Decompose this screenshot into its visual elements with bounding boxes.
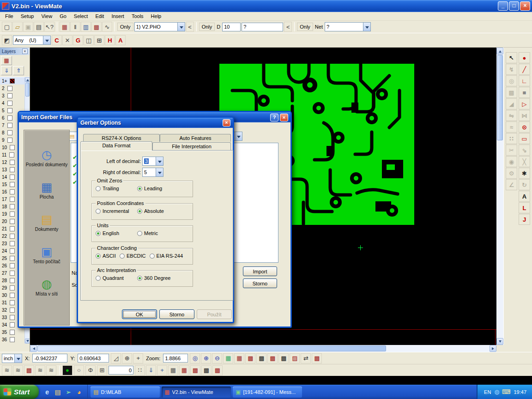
- scroll-down-icon[interactable]: [25, 339, 30, 344]
- folders-icon[interactable]: ▤: [53, 387, 62, 397]
- radio-option[interactable]: EBCDIC: [120, 253, 146, 259]
- mask-4-icon[interactable]: ▩: [201, 365, 212, 375]
- net-wave-1-icon[interactable]: ≋: [2, 365, 12, 375]
- filled-square-icon[interactable]: ■: [519, 87, 530, 98]
- layer-swatch[interactable]: [7, 130, 12, 135]
- phi-icon[interactable]: Φ: [85, 365, 96, 375]
- net-red-icon[interactable]: ▩: [24, 365, 34, 375]
- browser-icon[interactable]: ◕: [74, 387, 84, 397]
- maximize-button[interactable]: □: [509, 1, 519, 11]
- radio-option[interactable]: Metric: [137, 230, 158, 236]
- zoom-select-icon[interactable]: ◎: [190, 353, 200, 363]
- grid-large-icon[interactable]: ⊞: [97, 365, 107, 375]
- net-wave-3-icon[interactable]: ≋: [35, 365, 45, 375]
- net-wave-2-icon[interactable]: ≋: [13, 365, 23, 375]
- layer-swatch[interactable]: [10, 300, 15, 305]
- layer-swatch[interactable]: [10, 308, 15, 313]
- layer-swatch[interactable]: [10, 79, 15, 84]
- layer-swatch[interactable]: [10, 285, 15, 290]
- hook-j-icon[interactable]: J: [519, 214, 530, 225]
- layer-swatch[interactable]: [10, 248, 15, 254]
- scroll-left-icon[interactable]: [30, 345, 37, 352]
- import-button[interactable]: Import: [243, 266, 277, 276]
- letter-c-icon[interactable]: C: [52, 35, 62, 45]
- new-file-icon[interactable]: ▢: [2, 22, 12, 32]
- y-coordinate-field[interactable]: 0.690643: [78, 354, 109, 363]
- tab-auto-features[interactable]: Auto Features: [160, 134, 231, 142]
- tray-input-icon[interactable]: ⌨: [502, 388, 511, 395]
- radio-option[interactable]: EIA RS-244: [150, 253, 183, 259]
- tray-ball-icon[interactable]: ◍: [494, 388, 499, 395]
- prev-dcode-button[interactable]: <: [284, 22, 292, 32]
- layer-swatch[interactable]: [10, 226, 15, 231]
- letter-h-icon[interactable]: H: [105, 35, 115, 45]
- stretch-icon[interactable]: ⇘: [519, 145, 530, 156]
- wave-icon[interactable]: ≈: [506, 121, 517, 133]
- internet-explorer-icon[interactable]: e: [42, 387, 52, 397]
- tab-file-interpretation[interactable]: File Interpretation: [152, 142, 231, 150]
- dcode-grid-icon[interactable]: ▦: [60, 22, 70, 32]
- grid-pads-icon[interactable]: ⊞: [94, 35, 104, 45]
- pad-flash-icon[interactable]: ●: [519, 52, 530, 63]
- probe-icon[interactable]: ◉: [506, 156, 517, 167]
- layer-swatch[interactable]: [10, 315, 15, 320]
- zoom-field[interactable]: 1.8866: [163, 354, 188, 363]
- context-help-icon[interactable]: ↖?: [44, 22, 54, 32]
- traffic-light-icon[interactable]: ●: [62, 365, 73, 375]
- radio-option[interactable]: Absolute: [137, 208, 164, 214]
- layer-swatch[interactable]: [7, 123, 12, 128]
- grid-dots-icon[interactable]: ∷: [506, 133, 517, 144]
- close-button[interactable]: ×: [520, 1, 530, 11]
- layer-up-button[interactable]: ⇑: [13, 66, 24, 75]
- gear-icon[interactable]: ⚙: [506, 168, 517, 179]
- route-icon[interactable]: ↯: [506, 64, 517, 75]
- layer-swatch[interactable]: [7, 86, 12, 91]
- menu-item[interactable]: Help: [147, 12, 165, 20]
- task-viewmate[interactable]: ▩ V2.bin - ViewMate: [162, 387, 231, 398]
- letter-g-icon[interactable]: G: [73, 35, 83, 45]
- units-combo[interactable]: inch: [2, 354, 22, 363]
- layer-swatch[interactable]: [10, 337, 15, 342]
- text-a-icon[interactable]: A: [519, 191, 530, 202]
- layer-down-button[interactable]: ⇓: [1, 66, 12, 75]
- menu-item[interactable]: Select: [70, 12, 92, 20]
- scrollbar-thumb[interactable]: [25, 83, 30, 97]
- grid-a-icon[interactable]: ▦: [223, 353, 233, 363]
- film-4-icon[interactable]: ▩: [278, 353, 289, 363]
- letter-a-icon[interactable]: A: [115, 35, 126, 45]
- lamp-icon[interactable]: ○: [74, 365, 84, 375]
- only-layer-toggle[interactable]: Only: [117, 23, 133, 31]
- scrollbar-thumb[interactable]: [497, 55, 503, 140]
- layer-swatch[interactable]: [10, 256, 15, 261]
- pad-icon[interactable]: ◫: [84, 35, 94, 45]
- swap-view-icon[interactable]: ⇄: [301, 353, 311, 363]
- menu-item[interactable]: File: [1, 12, 17, 20]
- dcode-filter-input[interactable]: ?: [242, 23, 283, 31]
- measure-diagonal-icon[interactable]: ◿: [111, 353, 121, 363]
- target-pad-icon[interactable]: ⊙: [519, 121, 530, 133]
- place-documents[interactable]: ▤ Dokumenty: [25, 213, 68, 232]
- layer-columns-icon[interactable]: ▥: [81, 22, 91, 32]
- select-filter-combo[interactable]: Any (U): [13, 36, 51, 45]
- print-icon[interactable]: ▤: [34, 22, 44, 32]
- cancel-button[interactable]: Storno: [243, 278, 277, 288]
- radio-option[interactable]: Quadrant: [96, 275, 133, 281]
- fill-rect-icon[interactable]: ▩: [506, 87, 517, 98]
- layer-swatch[interactable]: [10, 182, 15, 187]
- layer-swatch[interactable]: [10, 175, 15, 180]
- left-of-decimal-combo[interactable]: 3: [142, 157, 163, 166]
- layer-swatch[interactable]: [10, 189, 15, 194]
- menu-item[interactable]: Edit: [91, 12, 108, 20]
- radio-option[interactable]: Incremental: [96, 208, 133, 214]
- layer-swatch[interactable]: [10, 263, 15, 268]
- dcode-input[interactable]: 10: [222, 23, 241, 31]
- layer-swatch[interactable]: [10, 271, 15, 276]
- text-l-icon[interactable]: L: [519, 202, 530, 213]
- tab-data-format[interactable]: Data Format: [80, 141, 152, 151]
- layer-swatch[interactable]: [10, 204, 15, 209]
- rect-outline-icon[interactable]: ▭: [519, 133, 530, 144]
- grid-b-icon[interactable]: ▦: [234, 353, 244, 363]
- zoom-out-icon[interactable]: ⊖: [212, 353, 222, 363]
- cross-swap-icon[interactable]: ✕: [62, 35, 73, 45]
- radio-option[interactable]: 360 Degree: [137, 275, 171, 281]
